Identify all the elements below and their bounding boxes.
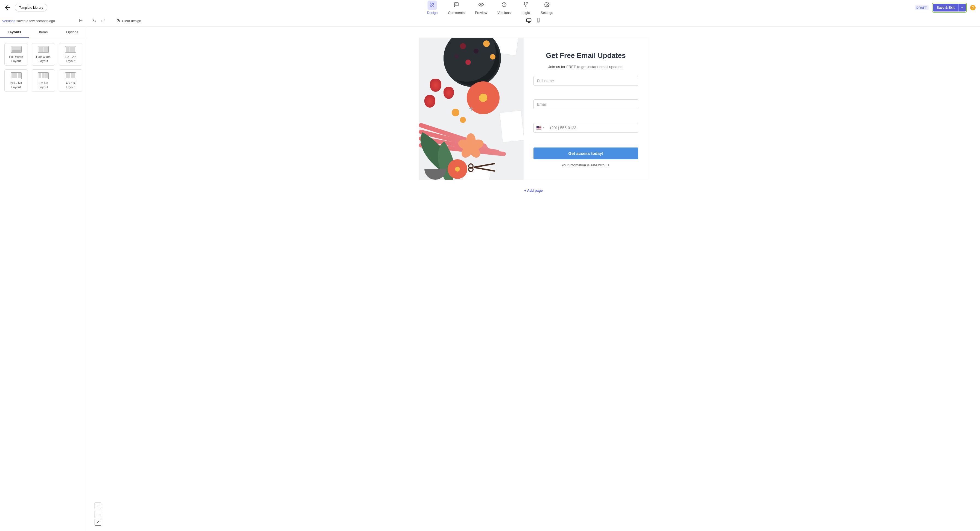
svg-rect-11 — [527, 19, 531, 22]
back-arrow[interactable] — [5, 4, 11, 11]
save-exit-group: Save & Exit — [932, 3, 967, 13]
layout-4x14[interactable]: 4 x 1/4 Layout — [59, 70, 82, 92]
zoom-fit-button[interactable] — [95, 519, 101, 526]
add-page-button[interactable]: +Add page — [524, 189, 542, 193]
layout-label: Full Width Layout — [6, 55, 26, 63]
plus-icon: + — [524, 189, 526, 193]
nav-label-design: Design — [427, 11, 438, 15]
redo-icon — [100, 18, 105, 24]
fullname-input[interactable] — [533, 76, 638, 86]
nav-preview[interactable]: Preview — [474, 0, 488, 16]
form-title: Get Free Email Updates — [546, 51, 626, 60]
layout-label: 2/3 - 1/3 Layout — [6, 81, 26, 89]
layout-23-13[interactable]: 2/3 - 1/3 Layout — [5, 70, 28, 92]
svg-marker-16 — [543, 128, 544, 128]
add-page-label: Add page — [527, 189, 543, 193]
sidebar-tab-options[interactable]: Options — [58, 27, 87, 38]
email-input[interactable] — [533, 100, 638, 109]
phone-input[interactable] — [547, 123, 638, 133]
form-subtitle: Join us for FREE to get instant email up… — [548, 65, 624, 69]
layout-full-width[interactable]: Full Width Layout — [5, 43, 28, 65]
clear-design-button[interactable]: Clear design — [116, 19, 141, 23]
layout-label: 4 x 1/4 Layout — [61, 81, 80, 89]
nav-label-comments: Comments — [448, 11, 464, 15]
device-mobile-icon[interactable] — [536, 18, 541, 24]
nav-label-logic: Logic — [522, 11, 530, 15]
svg-point-6 — [525, 6, 526, 7]
nav-label-versions: Versions — [497, 11, 511, 15]
layout-label: 3 x 1/3 Layout — [33, 81, 53, 89]
zoom-in-button[interactable]: + — [95, 502, 101, 509]
svg-point-1 — [430, 3, 431, 3]
template-library-button[interactable]: Template Library — [15, 4, 47, 11]
svg-point-2 — [434, 6, 434, 6]
svg-point-5 — [527, 2, 527, 3]
draft-badge: DRAFT — [915, 5, 929, 10]
branch-icon — [523, 2, 528, 8]
nav-logic[interactable]: Logic — [520, 0, 531, 16]
device-desktop-icon[interactable] — [526, 18, 531, 24]
nav-settings[interactable]: Settings — [539, 0, 554, 16]
sidebar-tab-layouts[interactable]: Layouts — [0, 27, 29, 38]
saved-status: saved a few seconds ago — [16, 19, 55, 23]
wand-icon — [430, 2, 435, 8]
layout-3x13[interactable]: 3 x 1/3 Layout — [32, 70, 55, 92]
svg-point-3 — [480, 4, 482, 5]
canvas-image-column[interactable]: + — [419, 38, 523, 180]
clear-design-label: Clear design — [122, 19, 141, 23]
svg-point-4 — [524, 2, 525, 3]
form-footer-text: Your infomation is safe with us. — [562, 163, 610, 167]
help-icon[interactable]: ? — [970, 5, 975, 10]
submit-button[interactable]: Get access today! — [533, 147, 638, 159]
zoom-out-button[interactable]: − — [95, 511, 101, 517]
layout-label: Half Width Layout — [33, 55, 53, 63]
canvas-form-column[interactable]: Get Free Email Updates Join us for FREE … — [523, 38, 648, 180]
layout-half-width[interactable]: Half Width Layout — [32, 43, 55, 65]
clear-icon — [116, 19, 120, 23]
nav-comments[interactable]: Comments — [447, 0, 465, 16]
flag-us-icon — [536, 126, 541, 130]
chevron-down-icon — [542, 127, 545, 129]
nav-versions[interactable]: Versions — [496, 0, 512, 16]
gear-icon — [544, 2, 550, 8]
layout-label: 1/3 - 2/3 Layout — [61, 55, 80, 63]
country-code-selector[interactable] — [534, 126, 547, 130]
collapse-sidebar-icon[interactable] — [79, 18, 83, 24]
layout-13-23[interactable]: 1/3 - 2/3 Layout — [59, 43, 82, 65]
canvas-frame[interactable]: + Get Free Email Updates Join us for FRE… — [419, 38, 648, 180]
versions-link[interactable]: Versions — [2, 19, 15, 23]
nav-label-settings: Settings — [541, 11, 553, 15]
hero-image — [419, 38, 523, 180]
svg-point-7 — [546, 4, 547, 5]
nav-design[interactable]: Design — [426, 0, 439, 16]
sidebar-tab-items[interactable]: Items — [29, 27, 58, 38]
history-icon — [501, 2, 507, 8]
undo-icon[interactable] — [92, 18, 97, 24]
eye-icon — [478, 2, 484, 8]
save-exit-button[interactable]: Save & Exit — [933, 4, 958, 11]
nav-label-preview: Preview — [475, 11, 487, 15]
comment-icon — [453, 2, 459, 8]
save-exit-caret[interactable] — [958, 4, 966, 11]
